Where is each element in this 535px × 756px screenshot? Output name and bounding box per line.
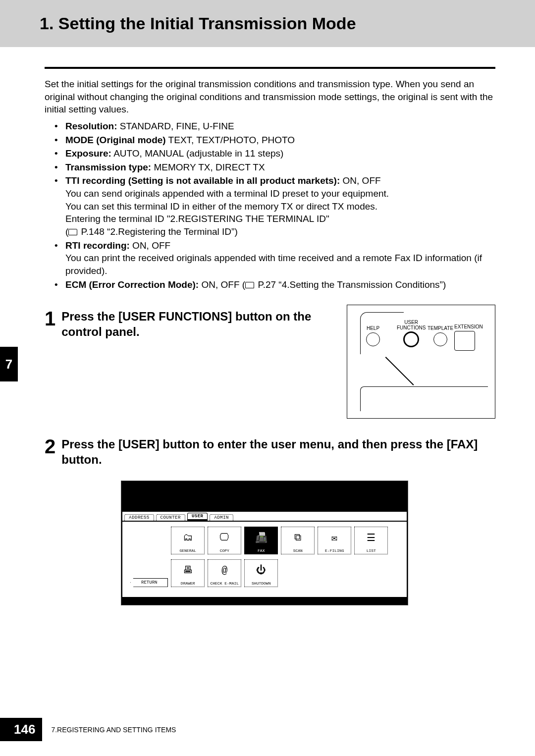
label: TTI recording (Setting is not available …: [65, 175, 340, 186]
email-icon: @: [221, 560, 227, 581]
setting-tti: TTI recording (Setting is not available …: [54, 174, 495, 238]
label: Resolution:: [65, 121, 117, 131]
screen-row-2: RETURN 🖶DRAWER @CHECK E-MAIL ⏻SHUTDOWN: [126, 559, 402, 587]
tti-line2: You can set this terminal ID in either o…: [65, 200, 495, 213]
scan-icon: ⧉: [294, 527, 301, 548]
chapter-side-tab: 7: [0, 347, 18, 381]
tab-counter: COUNTER: [156, 514, 185, 521]
tab-address: ADDRESS: [124, 514, 154, 521]
label: RTI recording:: [65, 240, 130, 251]
callout-line: [386, 357, 418, 388]
divider: [45, 67, 495, 69]
step-2-title: Press the [USER] button to enter the use…: [61, 436, 495, 467]
page-footer: 146 7.REGISTERING AND SETTING ITEMS: [0, 718, 176, 741]
btn-scan: ⧉SCAN: [281, 527, 315, 554]
values: ON, OFF: [130, 240, 170, 251]
book-icon: [245, 282, 254, 288]
touchscreen-figure: ADDRESS COUNTER USER ADMIN 🗂GENERAL 🖵COP…: [121, 481, 408, 605]
step-number: 1: [45, 309, 55, 328]
values: TEXT, TEXT/PHOTO, PHOTO: [166, 135, 295, 145]
setting-rti: RTI recording: ON, OFF You can print the…: [54, 239, 495, 277]
fax-icon: 📠: [255, 527, 268, 548]
values: STANDARD, FINE, U-FINE: [117, 121, 234, 131]
intro-paragraph: Set the initial settings for the origina…: [45, 78, 495, 116]
ecm-ref: P.27 “4.Setting the Transmission Conditi…: [255, 279, 446, 290]
btn-copy: 🖵COPY: [208, 527, 241, 554]
label: ECM (Error Correction Mode):: [65, 279, 199, 290]
tti-line3: Entering the terminal ID "2.REGISTERING …: [65, 213, 495, 225]
section-title: 1. Setting the Initial Transmission Mode: [40, 14, 535, 33]
help-button: HELP: [366, 326, 380, 346]
step-1-title: Press the [USER FUNCTIONS] button on the…: [61, 309, 332, 339]
circle-icon: [366, 332, 380, 346]
btn-return: RETURN: [130, 578, 168, 587]
values: AUTO, MANUAL (adjustable in 11 steps): [111, 148, 283, 159]
box-icon: [454, 331, 475, 351]
screen-tabs: ADDRESS COUNTER USER ADMIN: [121, 511, 408, 521]
btn-check-email: @CHECK E-MAIL: [208, 559, 241, 587]
drawer-icon: 🖶: [183, 560, 193, 581]
btn-fax: 📠FAX: [244, 527, 278, 554]
btn-list: ☰LIST: [354, 527, 388, 554]
btn-drawer: 🖶DRAWER: [171, 559, 205, 587]
values: MEMORY TX, DIRECT TX: [151, 162, 265, 172]
label: Exposure:: [65, 148, 111, 159]
circle-icon: [433, 332, 447, 346]
panel-outline-lower: [360, 386, 488, 411]
step-2: 2 Press the [USER] button to enter the u…: [45, 436, 495, 605]
setting-resolution: Resolution: STANDARD, FINE, U-FINE: [54, 120, 495, 133]
list-icon: ☰: [367, 527, 375, 548]
settings-list: Resolution: STANDARD, FINE, U-FINE MODE …: [45, 120, 495, 291]
efiling-icon: ✉: [331, 527, 337, 548]
screen-top-bar: [121, 481, 408, 511]
page-content: Set the initial settings for the origina…: [0, 67, 535, 605]
btn-shutdown: ⏻SHUTDOWN: [244, 559, 278, 587]
footer-chapter: 7.REGISTERING AND SETTING ITEMS: [51, 726, 176, 734]
values: ON, OFF: [340, 175, 380, 186]
copy-icon: 🖵: [219, 527, 229, 548]
section-header: 1. Setting the Initial Transmission Mode: [0, 0, 535, 47]
setting-exposure: Exposure: AUTO, MANUAL (adjustable in 11…: [54, 147, 495, 160]
setting-transmission-type: Transmission type: MEMORY TX, DIRECT TX: [54, 161, 495, 174]
user-functions-button: USER FUNCTIONS: [397, 320, 426, 347]
label: MODE (Original mode): [65, 135, 166, 145]
shutdown-icon: ⏻: [256, 560, 266, 581]
label: Transmission type:: [65, 162, 151, 172]
btn-efiling: ✉E-FILING: [318, 527, 351, 554]
screen-row-1: 🗂GENERAL 🖵COPY 📠FAX ⧉SCAN ✉E-FILING ☰LIS…: [126, 527, 402, 554]
tti-line1: You can send originals appended with a t…: [65, 187, 495, 200]
page-number: 146: [0, 718, 42, 741]
step-number: 2: [45, 436, 55, 456]
template-button: TEMPLATE: [428, 326, 453, 346]
tab-user: USER: [187, 513, 208, 521]
circle-icon: [403, 331, 419, 347]
btn-general: 🗂GENERAL: [171, 527, 205, 554]
tab-admin: ADMIN: [210, 514, 233, 521]
extension-button: EXTENSION: [454, 324, 483, 351]
control-panel-figure: HELP USER FUNCTIONS TEMPLATE EXTENSION: [347, 305, 495, 419]
rti-line1: You can print the received originals app…: [65, 252, 495, 277]
screen-body: 🗂GENERAL 🖵COPY 📠FAX ⧉SCAN ✉E-FILING ☰LIS…: [121, 521, 408, 598]
values: ON, OFF (: [199, 279, 245, 290]
step-1: 1 Press the [USER FUNCTIONS] button on t…: [45, 309, 495, 419]
setting-mode: MODE (Original mode) TEXT, TEXT/PHOTO, P…: [54, 134, 495, 147]
tti-line4: ( P.148 “2.Registering the Terminal ID”): [65, 225, 495, 238]
setting-ecm: ECM (Error Correction Mode): ON, OFF ( P…: [54, 278, 495, 291]
general-icon: 🗂: [183, 527, 193, 548]
book-icon: [68, 229, 77, 235]
